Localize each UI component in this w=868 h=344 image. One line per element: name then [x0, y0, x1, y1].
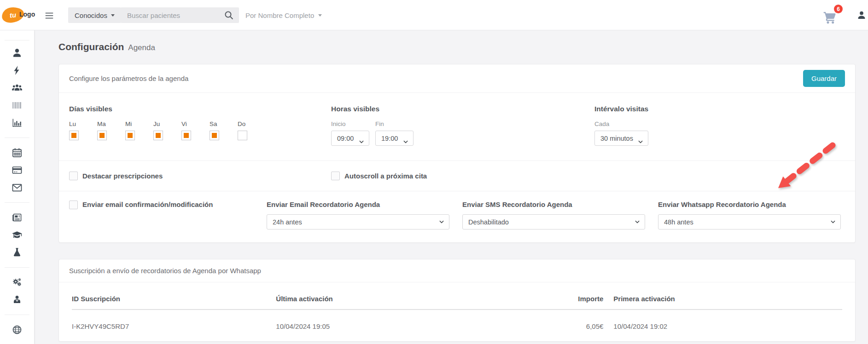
users-icon — [12, 82, 23, 93]
user-icon — [12, 47, 23, 58]
agenda-config-panel: Configure los parámetros de la agenda Gu… — [58, 64, 856, 243]
subscription-panel-title: Suscripción a envío de recordatorios de … — [69, 267, 261, 275]
user-menu-button[interactable] — [856, 10, 867, 20]
dias-visibles-heading: Días visibles — [69, 105, 112, 113]
sidebar-item-statistics[interactable] — [0, 114, 34, 132]
chevron-down-icon — [111, 14, 115, 17]
topbar: tu Logo Conocidos Por Nombre Completo 6 — [0, 0, 868, 30]
sidebar-item-agenda[interactable] — [0, 144, 34, 161]
logo-prefix: tu — [9, 11, 17, 19]
bar-chart-icon — [12, 117, 23, 128]
col-importe: Importe — [530, 282, 603, 310]
logo-text: Logo — [19, 11, 35, 18]
sidebar-item-patients[interactable] — [0, 44, 34, 62]
sidebar-item-news[interactable] — [0, 209, 34, 226]
sidebar-item-settings[interactable] — [0, 274, 34, 291]
config-row-reminders: Enviar email confirmación/modificación E… — [59, 191, 855, 242]
day-column-mi: Mi — [125, 120, 153, 140]
sidebar-item-lab[interactable] — [0, 244, 34, 261]
day-label: Ju — [153, 120, 181, 127]
day-checkbox-vi[interactable] — [181, 131, 191, 140]
graduation-cap-icon — [12, 229, 23, 241]
save-button[interactable]: Guardar — [803, 70, 845, 87]
autoscroll-toggle[interactable]: Autoscroll a próxima cita — [331, 172, 845, 180]
day-checkbox-lu[interactable] — [69, 131, 79, 140]
globe-icon — [12, 324, 23, 335]
search-input[interactable] — [127, 11, 223, 19]
day-checkbox-mi[interactable] — [125, 131, 135, 140]
calendar-icon — [12, 147, 23, 158]
destacar-label: Destacar prescripciones — [82, 172, 163, 180]
sidebar-item-training[interactable] — [0, 226, 34, 244]
col-primera-activacion: Primera activación — [603, 282, 842, 310]
bolt-icon — [12, 65, 23, 76]
checkbox-fill — [184, 133, 189, 138]
email-confirmacion-toggle[interactable]: Enviar email confirmación/modificación — [69, 201, 267, 229]
horas-visibles-group: Horas visibles Inicio 09:00 Fin — [331, 105, 594, 146]
main-content: Configuración Agenda Configure los parám… — [35, 30, 868, 344]
day-column-ju: Ju — [153, 120, 181, 140]
autoscroll-checkbox[interactable] — [331, 172, 340, 180]
destacar-checkbox[interactable] — [69, 172, 78, 180]
sidebar-item-groups[interactable] — [0, 79, 34, 97]
fin-field: Fin 19:00 — [375, 120, 414, 146]
sidebar-divider — [5, 315, 29, 315]
checkbox-fill — [212, 133, 217, 138]
sms-recordatorio-heading: Enviar SMS Recordatorio Agenda — [462, 201, 645, 208]
day-column-do: Do — [238, 120, 266, 140]
fin-label: Fin — [375, 120, 414, 127]
gears-icon — [12, 277, 23, 288]
search-mode-dropdown[interactable]: Por Nombre Completo — [245, 0, 322, 30]
sidebar-item-barcode[interactable] — [0, 97, 34, 114]
sidebar-item-web[interactable] — [0, 321, 34, 338]
sidebar-item-billing[interactable] — [0, 161, 34, 179]
whatsapp-recordatorio-select[interactable]: 48h antes — [658, 214, 841, 229]
inicio-select[interactable]: 09:00 — [331, 131, 369, 146]
destacar-prescripciones-toggle[interactable]: Destacar prescripciones — [69, 172, 331, 180]
checkbox-fill — [128, 133, 133, 138]
hamburger-icon[interactable] — [44, 11, 54, 20]
day-checkbox-ma[interactable] — [97, 131, 107, 140]
table-row: I-K2HVY49C5RD7 10/04/2024 19:05 6,05€ 10… — [72, 310, 842, 341]
cell-primera-activacion: 10/04/2024 19:02 — [603, 310, 842, 341]
day-column-ma: Ma — [97, 120, 125, 140]
patient-group-dropdown[interactable]: Conocidos — [68, 7, 121, 23]
sidebar-item-activity[interactable] — [0, 62, 34, 79]
sidebar-item-messages[interactable] — [0, 179, 34, 196]
config-row-toggles: Destacar prescripciones Autoscroll a pró… — [59, 161, 855, 191]
user-icon — [856, 10, 867, 20]
app-logo[interactable]: tu Logo — [2, 6, 39, 25]
checkbox-fill — [240, 133, 245, 138]
whatsapp-recordatorio-group: Enviar Whatsapp Recordatorio Agenda 48h … — [658, 201, 841, 229]
email-confirm-label: Enviar email confirmación/modificación — [82, 201, 213, 208]
day-checkbox-do[interactable] — [238, 131, 247, 140]
cart-button[interactable]: 6 — [821, 7, 842, 25]
flask-icon — [12, 247, 23, 258]
config-panel-title: Configure los parámetros de la agenda — [69, 75, 188, 82]
patient-group-label: Conocidos — [75, 11, 107, 19]
sidebar-item-professionals[interactable] — [0, 291, 34, 309]
cada-field: Cada 30 minutos — [594, 120, 648, 146]
doctor-icon — [12, 294, 23, 305]
day-checkbox-ju[interactable] — [153, 131, 163, 140]
day-label: Do — [238, 120, 266, 127]
dias-visibles-group: Días visibles Lu Ma Mi Ju — [69, 105, 331, 146]
sidebar-divider — [5, 202, 29, 203]
autoscroll-label: Autoscroll a próxima cita — [344, 172, 427, 180]
day-column-vi: Vi — [181, 120, 210, 140]
day-checkbox-sa[interactable] — [210, 131, 219, 140]
whatsapp-recordatorio-heading: Enviar Whatsapp Recordatorio Agenda — [658, 201, 841, 208]
intervalo-select[interactable]: 30 minutos — [594, 131, 648, 146]
sms-recordatorio-select[interactable]: Deshabilitado — [462, 214, 645, 229]
day-label: Lu — [69, 120, 97, 127]
day-label: Mi — [125, 120, 153, 127]
checkbox-fill — [156, 133, 161, 138]
fin-select[interactable]: 19:00 — [375, 131, 414, 146]
subscription-panel-header: Suscripción a envío de recordatorios de … — [59, 259, 855, 282]
config-row-visibility: Días visibles Lu Ma Mi Ju — [59, 93, 855, 161]
day-column-lu: Lu — [69, 120, 97, 140]
search-icon[interactable] — [223, 10, 234, 21]
col-ultima-activacion: Última activación — [276, 282, 530, 310]
email-recordatorio-select[interactable]: 24h antes — [267, 214, 449, 229]
email-confirm-checkbox[interactable] — [69, 201, 78, 209]
